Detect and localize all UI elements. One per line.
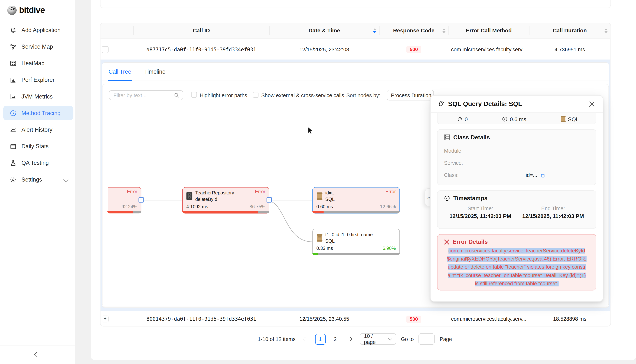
search-icon[interactable] — [174, 92, 180, 98]
node-title: id=...SQL — [325, 190, 336, 202]
page-label: Page — [440, 336, 452, 342]
stats-summary-card: 0 0.6 ms SQL — [437, 113, 596, 124]
goto-label: Go to — [401, 336, 414, 342]
plug-icon — [457, 116, 463, 122]
sidebar-item-service-map[interactable]: Service Map — [3, 39, 74, 54]
highlight-error-paths-checkbox[interactable] — [191, 92, 197, 98]
tree-node-teacher-repository[interactable]: TeacherRepositorydeleteById Error 4.1092… — [182, 187, 270, 214]
module-row: Module: — [444, 144, 590, 157]
copy-icon[interactable] — [540, 172, 545, 178]
sort-icons[interactable] — [373, 28, 376, 33]
table-row[interactable]: − a87717c5-da0f-11f0-91d5-39fd334ef031 1… — [100, 39, 610, 60]
expand-row-button[interactable]: + — [102, 316, 108, 322]
sidebar-item-label: Daily Stats — [22, 143, 48, 150]
calls-stat: 0 — [457, 114, 468, 124]
sidebar-item-label: Method Tracing — [22, 110, 60, 116]
header-response-code[interactable]: Response Code — [379, 23, 448, 38]
table-row[interactable]: + 80014379-da0f-11f0-91d5-39fd334ef031 1… — [100, 311, 610, 326]
tree-node-sql-delete[interactable]: id=...SQL Error 0.60 ms 12.66% — [312, 187, 400, 214]
duration-stat: 0.6 ms — [502, 114, 526, 124]
service-map-icon — [10, 43, 16, 50]
sidebar-item-label: HeatMap — [22, 60, 44, 66]
app-root: bitdive Add Application Service Map Heat… — [0, 0, 636, 364]
table-header: Call ID Date & Time Response Code Error … — [100, 23, 610, 39]
sidebar-item-qa-testing[interactable]: QA Testing — [3, 156, 74, 170]
node-percent: 86.75% — [250, 204, 265, 209]
class-label: Class: — [444, 172, 481, 178]
start-time-value: 12/15/2025, 11:42:03 PM — [444, 213, 517, 219]
sql-scroll-icon — [316, 192, 323, 200]
start-time-label: Start Time: — [444, 205, 517, 211]
error-method-cell: com.microservices.faculty.serv... — [448, 46, 529, 52]
tab-call-tree[interactable]: Call Tree — [109, 63, 131, 81]
collapse-node-button[interactable]: − — [267, 197, 272, 202]
page-1-button[interactable]: 1 — [315, 334, 326, 344]
gear-icon — [10, 176, 16, 183]
collapse-node-button[interactable]: − — [138, 197, 144, 202]
error-label: Error — [255, 189, 265, 194]
error-label: Error — [127, 189, 137, 194]
service-row: Service: — [444, 157, 590, 169]
header-date-time[interactable]: Date & Time — [270, 23, 379, 38]
class-details-card: Class Details Module: Service: Class: id… — [437, 129, 596, 185]
end-time-value: 12/15/2025, 11:42:03 PM — [517, 213, 590, 219]
filter-text-input[interactable] — [113, 92, 172, 98]
sidebar-item-perf-explorer[interactable]: Perf Explorer — [3, 72, 74, 87]
sidebar-item-daily-stats[interactable]: Daily Stats — [3, 139, 74, 154]
filter-input-wrap — [109, 90, 183, 100]
sort-nodes-label: Sort nodes by: — [346, 92, 380, 98]
sidebar-item-add-application[interactable]: Add Application — [3, 23, 74, 37]
sort-icons[interactable] — [442, 28, 446, 33]
next-page-button[interactable] — [345, 334, 355, 344]
chevron-down-icon — [63, 177, 68, 182]
sidebar-item-heatmap[interactable]: HeatMap — [3, 56, 74, 70]
header-call-duration[interactable]: Call Duration — [529, 23, 610, 38]
node-percent: 12.66% — [380, 204, 396, 209]
tab-timeline[interactable]: Timeline — [144, 63, 165, 81]
duration-bar — [182, 211, 270, 214]
node-duration: 0.60 ms — [316, 204, 333, 209]
collapse-row-button[interactable]: − — [102, 46, 108, 53]
sidebar-item-alert-history[interactable]: Alert History — [3, 122, 74, 137]
header-error-call-method[interactable]: Error Call Method — [448, 23, 529, 38]
call-id-cell: a87717c5-da0f-11f0-91d5-39fd334ef031 — [133, 46, 270, 52]
heatmap-icon — [10, 60, 16, 67]
goto-page-input[interactable] — [418, 334, 435, 345]
duration-bar — [312, 211, 400, 214]
end-time-label: End Time: — [517, 205, 590, 211]
node-percent: 6.90% — [383, 246, 396, 250]
sidebar-item-jvm-metrics[interactable]: JVM Metrics — [3, 89, 74, 104]
timestamps-heading: Timestamps — [444, 195, 590, 201]
sort-icons[interactable] — [604, 28, 608, 33]
server-icon — [444, 134, 450, 140]
sidebar-item-label: Alert History — [22, 126, 52, 133]
header-call-id[interactable]: Call ID — [133, 23, 270, 38]
sort-nodes-select[interactable]: Process Duration — [387, 90, 434, 100]
show-external-label: Show external & cross-service calls — [261, 92, 344, 98]
sidebar-collapse-icon[interactable] — [34, 352, 39, 357]
prev-page-button[interactable] — [300, 334, 310, 344]
page-2-button[interactable]: 2 — [330, 334, 340, 344]
timestamps-card: Timestamps Start Time: End Time: 12/15/2… — [437, 190, 596, 229]
close-icon[interactable] — [588, 100, 596, 108]
error-details-heading: Error Details — [444, 238, 590, 245]
clock-icon — [444, 195, 450, 201]
brand-logo[interactable]: bitdive — [7, 5, 45, 15]
panel-title: SQL Query Details: SQL — [448, 100, 522, 108]
show-external-checkbox[interactable] — [253, 92, 258, 98]
node-title: TeacherRepositorydeleteById — [195, 190, 234, 202]
tree-node-sql-select[interactable]: t1_0.id,t1_0.first_name...SQL 0.33 ms 6.… — [312, 229, 400, 255]
error-method-cell: com.microservices.faculty.serv... — [448, 316, 529, 322]
class-row: Class: id=... — [444, 169, 590, 181]
clock-icon — [502, 116, 508, 122]
selected-error-text: com.microservices.faculty.service.Teache… — [447, 248, 586, 286]
sidebar-item-method-tracing[interactable]: Method Tracing — [3, 106, 74, 120]
sidebar-item-settings[interactable]: Settings — [3, 172, 74, 187]
tree-node-root-clipped[interactable]: Error 92.24% − — [108, 187, 142, 214]
node-duration: 0.33 ms — [316, 246, 333, 250]
repository-icon — [186, 192, 192, 200]
sql-scroll-icon — [316, 234, 323, 242]
service-label: Service: — [444, 160, 481, 166]
brand-name: bitdive — [19, 5, 45, 15]
page-size-select[interactable]: 10 / page — [360, 334, 396, 345]
